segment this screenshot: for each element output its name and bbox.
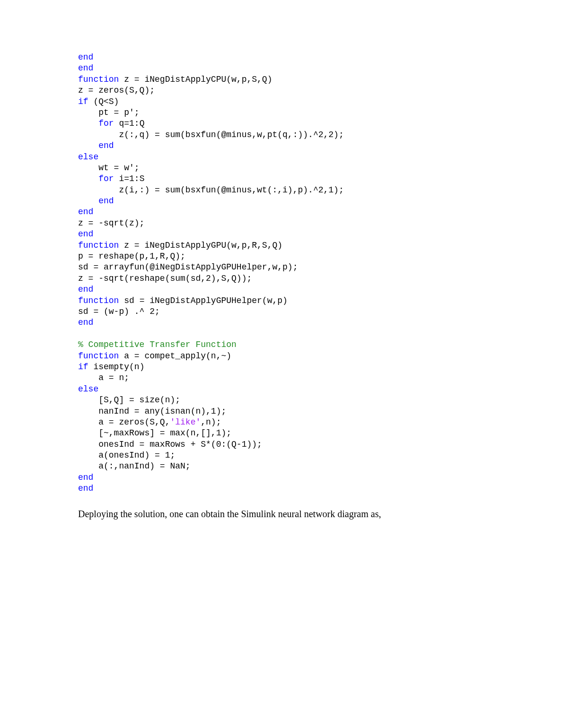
code-line: end [78,207,485,217]
keyword-token: end [78,207,93,217]
code-line: [S,Q] = size(n); [78,395,485,406]
code-line: end [78,472,485,483]
keyword-token: end [98,141,114,150]
code-token: z(i,:) = sum(bsxfun(@minus,wt(:,i),p).^2… [78,185,344,195]
code-token: sd = (w-p) .^ 2; [78,307,160,316]
keyword-token: function [78,75,119,84]
code-token: pt = p'; [78,108,140,117]
code-line: end [78,483,485,494]
code-line: end [78,229,485,240]
code-line: a(:,nanInd) = NaN; [78,461,485,472]
code-token: z = iNegDistApplyGPU(w,p,R,S,Q) [119,241,282,250]
code-line: z(i,:) = sum(bsxfun(@minus,wt(:,i),p).^2… [78,185,485,196]
string-token: 'like' [170,417,201,427]
keyword-token: end [78,473,93,482]
code-line: pt = p'; [78,107,485,118]
keyword-token: else [78,152,98,162]
code-line: a = n; [78,373,485,383]
code-line: end [78,63,485,74]
code-token: sd = arrayfun(@iNegDistApplyGPUHelper,w,… [78,262,298,272]
comment-token: % Competitive Transfer Function [78,340,237,349]
code-line: else [78,152,485,163]
keyword-token: end [78,229,93,239]
code-line: function z = iNegDistApplyCPU(w,p,S,Q) [78,74,485,85]
code-line: [~,maxRows] = max(n,[],1); [78,428,485,439]
keyword-token: function [78,241,119,250]
code-line: else [78,384,485,395]
code-token: isempty(n) [88,362,145,372]
code-line: onesInd = maxRows + S*(0:(Q-1)); [78,439,485,450]
code-token: sd = iNegDistApplyGPUHelper(w,p) [119,296,287,305]
code-token: ,n); [201,417,221,427]
code-token: a = zeros(S,Q, [78,417,170,427]
code-token: onesInd = maxRows + S*(0:(Q-1)); [78,440,262,449]
code-token: p = reshape(p,1,R,Q); [78,251,185,261]
code-token: a(onesInd) = 1; [78,451,175,460]
code-token: [~,maxRows] = max(n,[],1); [78,428,231,438]
code-line: % Competitive Transfer Function [78,339,485,350]
code-token: a = n; [78,373,129,382]
code-line: z = zeros(S,Q); [78,85,485,96]
code-line: end [78,317,485,328]
keyword-token: end [78,63,93,73]
code-token: [S,Q] = size(n); [78,395,180,405]
keyword-token: end [78,318,93,327]
code-token [78,196,98,206]
code-line: if isempty(n) [78,362,485,373]
code-line: z = -sqrt(z); [78,218,485,229]
code-line: wt = w'; [78,163,485,173]
code-line: if (Q<S) [78,96,485,107]
code-token [78,119,98,128]
keyword-token: function [78,351,119,361]
document-page: endendfunction z = iNegDistApplyCPU(w,p,… [0,0,563,728]
keyword-token: end [78,52,93,62]
keyword-token: function [78,296,119,305]
code-token: wt = w'; [78,163,140,173]
keyword-token: if [78,362,88,372]
code-line: sd = arrayfun(@iNegDistApplyGPUHelper,w,… [78,262,485,273]
code-line: function sd = iNegDistApplyGPUHelper(w,p… [78,295,485,306]
code-line: end [78,140,485,151]
code-token [78,141,98,150]
code-token [78,174,98,183]
code-token: z(:,q) = sum(bsxfun(@minus,w,pt(q,:)).^2… [78,130,344,139]
code-line: a(onesInd) = 1; [78,450,485,461]
code-line: for i=1:S [78,173,485,184]
code-token: q=1:Q [114,119,145,128]
code-token: z = zeros(S,Q); [78,86,155,95]
code-line: for q=1:Q [78,118,485,129]
code-token: a = compet_apply(n,~) [119,351,231,361]
code-line: function z = iNegDistApplyGPU(w,p,R,S,Q) [78,240,485,251]
code-line: sd = (w-p) .^ 2; [78,306,485,317]
code-token: i=1:S [114,174,145,183]
code-block: endendfunction z = iNegDistApplyCPU(w,p,… [78,52,485,494]
keyword-token: for [98,119,114,128]
keyword-token: for [98,174,114,183]
code-token: z = iNegDistApplyCPU(w,p,S,Q) [119,75,272,84]
code-line: z = -sqrt(reshape(sum(sd,2),S,Q)); [78,273,485,284]
code-token: z = -sqrt(reshape(sum(sd,2),S,Q)); [78,274,252,283]
code-line: end [78,284,485,295]
code-line: function a = compet_apply(n,~) [78,351,485,362]
code-line: end [78,52,485,63]
code-line: a = zeros(S,Q,'like',n); [78,417,485,428]
code-token: a(:,nanInd) = NaN; [78,461,191,471]
code-line: nanInd = any(isnan(n),1); [78,406,485,417]
keyword-token: if [78,97,88,106]
body-text: Deploying the solution, one can obtain t… [78,508,485,520]
keyword-token: end [98,196,114,206]
keyword-token: end [78,484,93,493]
code-line: end [78,196,485,207]
code-token: (Q<S) [88,97,119,106]
code-line: z(:,q) = sum(bsxfun(@minus,w,pt(q,:)).^2… [78,130,485,140]
code-line: p = reshape(p,1,R,Q); [78,251,485,262]
code-token: nanInd = any(isnan(n),1); [78,407,226,416]
code-line [78,329,485,339]
keyword-token: else [78,384,98,394]
keyword-token: end [78,285,93,294]
code-token: z = -sqrt(z); [78,218,144,228]
